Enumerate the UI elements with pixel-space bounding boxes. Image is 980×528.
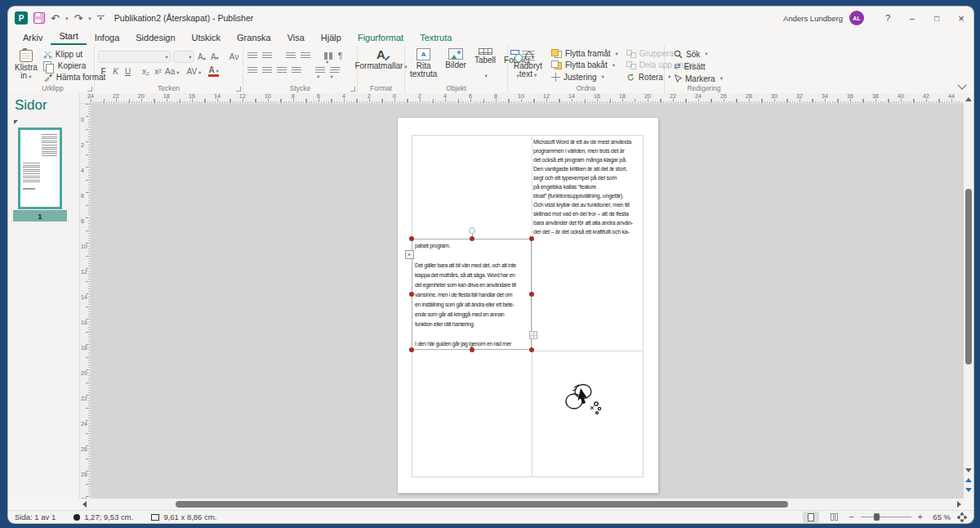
font-name-combo[interactable] [98, 51, 171, 63]
scroll-right-icon[interactable] [957, 501, 961, 508]
pilcrow-icon[interactable]: ¶ [338, 51, 342, 60]
scroll-up-icon[interactable] [965, 97, 972, 101]
line-spacing-icon[interactable] [315, 67, 325, 74]
find-button[interactable]: Sök [671, 48, 743, 60]
change-case-button[interactable]: Aa [165, 67, 180, 76]
collapse-ribbon-icon[interactable] [957, 80, 966, 89]
zoom-level[interactable]: 65 % [929, 512, 951, 521]
tab-granska[interactable]: Granska [229, 31, 279, 45]
subscript-button[interactable]: x₂ [140, 67, 151, 76]
collapse-panel-icon[interactable] [14, 120, 18, 124]
resize-handle-ne[interactable] [529, 236, 534, 241]
fit-page-icon[interactable] [957, 512, 967, 522]
wrap-text-button[interactable]: Radbryttext [510, 47, 546, 83]
customize-qat-icon[interactable] [97, 16, 105, 20]
numbering-icon[interactable] [262, 52, 272, 60]
character-spacing-button[interactable]: AV [187, 67, 202, 76]
page-indicator[interactable]: Sida: 1 av 1 [15, 512, 56, 521]
zoom-out-button[interactable]: − [849, 512, 853, 521]
page-number-badge[interactable]: 1 [13, 210, 67, 221]
horizontal-scrollbar[interactable] [80, 499, 964, 510]
undo-icon[interactable] [51, 13, 60, 24]
tab-arkiv[interactable]: Arkiv [15, 31, 51, 45]
vertical-scrollbar[interactable] [964, 93, 973, 499]
shrink-font-button[interactable]: A▾ [209, 52, 220, 61]
resize-handle-s[interactable] [470, 347, 474, 352]
bullets-icon[interactable] [247, 52, 257, 60]
align-right-icon[interactable] [277, 67, 287, 74]
text-flow-indicator[interactable]: ▸ [405, 250, 414, 259]
superscript-button[interactable]: x² [153, 67, 163, 76]
vertical-scroll-thumb[interactable] [965, 189, 972, 365]
replace-button[interactable]: ⇄ Ersätt [671, 60, 743, 72]
single-page-view-button[interactable] [803, 512, 819, 523]
dialog-launcher-icon[interactable] [350, 87, 355, 92]
tab-start[interactable]: Start [51, 29, 86, 45]
previous-page-icon[interactable] [965, 478, 972, 482]
grow-font-button[interactable]: A▴ [197, 52, 207, 61]
styles-button[interactable]: A Formatmallar [351, 47, 410, 83]
align-left-icon[interactable] [247, 67, 257, 74]
tab-infoga[interactable]: Infoga [87, 31, 128, 45]
send-backward-button[interactable]: Flytta bakåt [549, 60, 621, 70]
publisher-app-icon[interactable]: P [15, 11, 28, 25]
align-button[interactable]: Justering [549, 72, 621, 83]
distribute-icon[interactable] [329, 67, 341, 74]
increase-indent-icon[interactable] [301, 52, 310, 60]
resize-handle-nw[interactable] [409, 236, 414, 241]
maximize-icon[interactable] [924, 7, 949, 29]
minimize-icon[interactable] [900, 7, 924, 29]
save-icon[interactable] [33, 12, 45, 24]
horizontal-ruler[interactable]: 2422201816141210864202468101214161820222… [91, 93, 964, 104]
zoom-in-button[interactable]: + [918, 512, 923, 521]
resize-handle-sw[interactable] [409, 347, 414, 352]
redo-dropdown-icon[interactable] [88, 16, 91, 21]
resize-handle-e[interactable] [529, 292, 534, 297]
horizontal-scroll-thumb[interactable] [176, 501, 788, 508]
tab-textruta[interactable]: Textruta [412, 31, 460, 45]
columns-icon[interactable] [324, 52, 333, 60]
zoom-slider[interactable] [861, 517, 911, 517]
scroll-left-icon[interactable] [82, 501, 87, 508]
avatar[interactable]: AL [849, 11, 864, 25]
next-page-icon[interactable] [965, 488, 972, 492]
tab-figurformat[interactable]: Figurformat [350, 31, 412, 45]
zoom-slider-thumb[interactable] [874, 513, 880, 521]
align-center-icon[interactable] [262, 67, 272, 74]
bring-forward-button[interactable]: Flytta framåt [549, 48, 621, 59]
dialog-launcher-icon[interactable] [87, 87, 92, 92]
overflow-indicator[interactable] [529, 331, 537, 339]
rotation-handle[interactable] [469, 227, 475, 234]
table-button[interactable]: Tabell [471, 47, 499, 83]
paste-button[interactable]: Klistrain [11, 47, 41, 83]
pictures-button[interactable]: Bilder [442, 47, 470, 83]
font-color-button[interactable]: A [208, 66, 219, 77]
tab-siddesign[interactable]: Siddesign [127, 31, 183, 45]
close-icon[interactable] [949, 7, 973, 29]
font-size-combo[interactable] [173, 51, 194, 63]
undo-dropdown-icon[interactable] [65, 16, 69, 21]
resize-handle-n[interactable] [470, 236, 474, 241]
publication-page[interactable]: Microsoft Word är ett av de mest använda… [398, 118, 658, 493]
workspace-canvas[interactable]: Microsoft Word är ett av de mest använda… [91, 104, 964, 499]
account-name[interactable]: Anders Lundberg [783, 14, 843, 23]
vertical-ruler[interactable]: 024681012141618202224262830 [80, 104, 91, 499]
dialog-launcher-icon[interactable] [236, 87, 241, 92]
mouse-doodle-clipart[interactable] [564, 378, 606, 416]
help-icon[interactable] [875, 7, 900, 29]
scroll-down-icon[interactable] [965, 468, 972, 472]
two-page-view-button[interactable] [826, 512, 842, 523]
page-thumbnail[interactable] [18, 128, 62, 209]
selected-text-box[interactable]: pabelt program. Det gäller bara att bli … [412, 239, 532, 350]
italic-button[interactable]: K [110, 67, 121, 76]
justify-icon[interactable] [292, 67, 301, 74]
resize-handle-w[interactable] [409, 292, 414, 297]
tab-visa[interactable]: Visa [279, 31, 313, 45]
draw-textbox-button[interactable]: A Ritatextruta [407, 47, 440, 83]
underline-button[interactable]: U [122, 67, 133, 76]
tab-hjälp[interactable]: Hjälp [313, 31, 350, 45]
tab-utskick[interactable]: Utskick [184, 31, 229, 45]
decrease-indent-icon[interactable] [286, 52, 296, 60]
select-button[interactable]: Markera [671, 73, 743, 84]
clear-formatting-button[interactable]: Aν [229, 52, 239, 61]
